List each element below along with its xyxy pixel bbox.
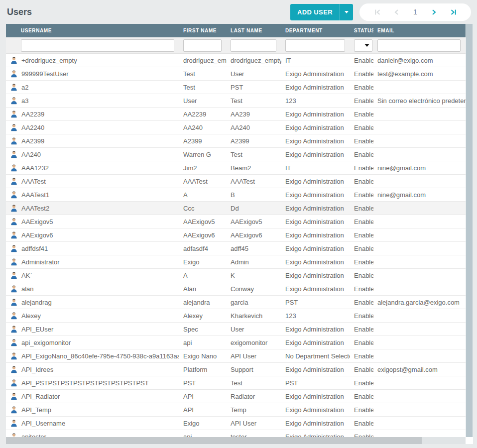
- last-name-cell: adff45: [227, 242, 281, 255]
- table-row[interactable]: api_exigomonitor api exigomonitor Exigo …: [6, 336, 466, 349]
- last-name-cell: Beam2: [227, 161, 281, 174]
- email-cell: [373, 228, 466, 241]
- table-row[interactable]: API_Username Exigo API User Exigo Admini…: [6, 417, 466, 430]
- table-row[interactable]: AA2399 A2399 A2399 Exigo Administration …: [6, 134, 466, 148]
- username-cell: AAExigov6: [6, 228, 179, 241]
- column-header-status[interactable]: STATUS: [350, 24, 373, 37]
- column-header-department[interactable]: DEPARTMENT: [281, 24, 350, 37]
- email-cell: [373, 121, 466, 134]
- pagination: 1: [359, 3, 471, 21]
- table-row[interactable]: AAExigov5 AAExigov5 AAExigov5 Exigo Admi…: [6, 215, 466, 228]
- email-cell: [373, 81, 466, 94]
- prev-page-button[interactable]: [387, 3, 406, 21]
- status-cell: Enabled: [350, 81, 373, 94]
- add-user-button[interactable]: ADD USER: [290, 4, 340, 20]
- status-cell: Enabled: [350, 323, 373, 336]
- email-filter-input[interactable]: [377, 39, 461, 52]
- username-cell: API_Temp: [6, 403, 179, 416]
- department-cell: IT: [281, 54, 350, 67]
- department-cell: No Department Selected: [281, 349, 350, 362]
- horizontal-scrollbar-thumb[interactable]: [6, 437, 422, 444]
- last-name-cell: Temp: [227, 403, 281, 416]
- table-row[interactable]: AAExigov6 AAExigov6 AAExigov6 Exigo Admi…: [6, 228, 466, 242]
- department-filter-input[interactable]: [285, 39, 345, 52]
- table-row[interactable]: AAATest AAATest AAATest Exigo Administra…: [6, 175, 466, 188]
- table-row[interactable]: Administrator Exigo Admin Exigo Administ…: [6, 255, 466, 269]
- table-row[interactable]: API_PSTPSTPSTPSTPSTPSTPSTPSTPST PST Test…: [6, 376, 466, 390]
- table-row[interactable]: API_Idrees Platform Support Exigo Admini…: [6, 363, 466, 376]
- column-header-email[interactable]: EMAIL: [373, 24, 466, 37]
- add-user-dropdown-button[interactable]: [340, 4, 353, 20]
- vertical-scrollbar-thumb[interactable]: [466, 24, 473, 437]
- table-row[interactable]: AA240 Warren G Test Exigo Administration…: [6, 148, 466, 161]
- table-header-row: USERNAME FIRST NAME LAST NAME DEPARTMENT…: [6, 24, 466, 37]
- table-row[interactable]: a3 User Test 123 Enabled Sin correo elec…: [6, 94, 466, 108]
- username-cell: API_Username: [6, 417, 179, 430]
- status-cell: Enabled: [350, 228, 373, 241]
- username-cell: AAATest1: [6, 188, 179, 201]
- email-cell: nine@gmail.com: [373, 161, 466, 174]
- table-row[interactable]: AAA1232 Jim2 Beam2 IT Enabled nine@gmail…: [6, 161, 466, 175]
- username-text: AAATest: [21, 178, 46, 185]
- table-row[interactable]: AAATest2 Ccc Dd Exigo Administration Ena…: [6, 202, 466, 215]
- next-page-button[interactable]: [425, 3, 444, 21]
- first-name-cell: Alexey: [179, 309, 227, 322]
- table-row[interactable]: AAATest1 A B Exigo Administration Enable…: [6, 188, 466, 202]
- page-number-input[interactable]: 1: [406, 8, 425, 16]
- username-text: AA2399: [21, 137, 44, 145]
- username-text: API_Idrees: [21, 366, 53, 373]
- column-header-username[interactable]: USERNAME: [6, 24, 179, 37]
- status-cell: Enabled: [350, 134, 373, 147]
- table-row[interactable]: a2 Test PST Exigo Administration Enabled: [6, 81, 466, 94]
- last-name-cell: Test: [227, 148, 281, 161]
- last-page-button[interactable]: [444, 3, 463, 21]
- table-row[interactable]: AK` A K Exigo Administration Enabled: [6, 269, 466, 282]
- username-cell: AAATest2: [6, 202, 179, 215]
- table-row[interactable]: AA2240 AA240 AA240 Exigo Administration …: [6, 121, 466, 134]
- first-name-filter-input[interactable]: [183, 39, 222, 52]
- table-row[interactable]: 999999TestUser Test User Exigo Administr…: [6, 67, 466, 81]
- email-cell: [373, 108, 466, 120]
- status-cell: Enabled: [350, 403, 373, 416]
- username-cell: AA2240: [6, 121, 179, 134]
- table-row[interactable]: apitester api tester Exigo Administratio…: [6, 430, 466, 437]
- first-name-cell: drodriguez_empty: [179, 54, 227, 67]
- email-cell: [373, 242, 466, 255]
- filter-cell-status: [350, 39, 373, 52]
- status-cell: Enabled: [350, 363, 373, 376]
- last-name-cell: Test: [227, 94, 281, 107]
- table-row[interactable]: API_Radiator API Radiator Exigo Administ…: [6, 390, 466, 403]
- last-name-cell: API User: [227, 417, 281, 430]
- table-row[interactable]: API_EUser Spec User Exigo Administration…: [6, 323, 466, 336]
- last-name-cell: Test: [227, 376, 281, 389]
- table-row[interactable]: +drodriguez_empty drodriguez_empty drodr…: [6, 54, 466, 67]
- table-row[interactable]: alan Alan Conway Exigo Administration En…: [6, 282, 466, 296]
- username-text: AA2240: [21, 124, 44, 131]
- username-text: a2: [21, 84, 28, 91]
- first-name-cell: Ccc: [179, 202, 227, 215]
- user-avatar-icon: [10, 137, 18, 145]
- username-text: api_exigomonitor: [21, 339, 71, 346]
- first-name-cell: PST: [179, 376, 227, 389]
- last-name-cell: AAExigov5: [227, 215, 281, 228]
- username-cell: AAExigov5: [6, 215, 179, 228]
- department-cell: PST: [281, 296, 350, 309]
- table-row[interactable]: adffdsf41 adfasdf4 adff45 Exigo Administ…: [6, 242, 466, 255]
- last-name-cell: AA240: [227, 121, 281, 134]
- table-row[interactable]: API_Temp API Temp Exigo Administration E…: [6, 403, 466, 417]
- username-text: AAExigov6: [21, 231, 53, 239]
- status-cell: Enabled: [350, 67, 373, 80]
- table-row[interactable]: alejandrag alejandra garcia PST Enabled …: [6, 296, 466, 309]
- last-name-filter-input[interactable]: [231, 39, 276, 52]
- username-filter-input[interactable]: [21, 39, 174, 52]
- table-row[interactable]: API_ExigoNano_86c40efe-795e-4750-938c-a9…: [6, 349, 466, 363]
- table-row[interactable]: AA2239 AA2239 AA239 Exigo Administration…: [6, 108, 466, 121]
- user-avatar-icon: [10, 191, 18, 199]
- table-row[interactable]: Alexey Alexey Kharkevich 123 Enabled: [6, 309, 466, 323]
- status-filter-select[interactable]: [354, 39, 372, 52]
- column-header-first-name[interactable]: FIRST NAME: [179, 24, 227, 37]
- first-page-button[interactable]: [368, 3, 387, 21]
- department-cell: Exigo Administration: [281, 202, 350, 215]
- email-cell: exigopst@gmail.com: [373, 363, 466, 376]
- column-header-last-name[interactable]: LAST NAME: [227, 24, 281, 37]
